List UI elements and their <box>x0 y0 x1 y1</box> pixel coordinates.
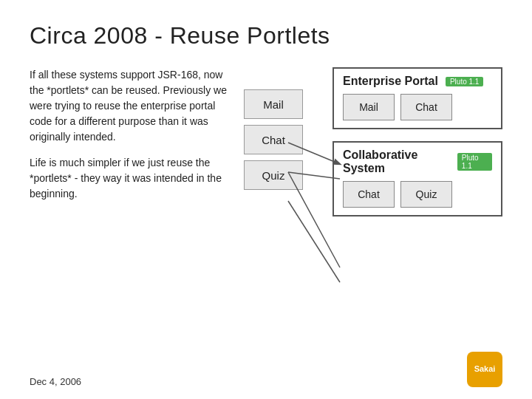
enterprise-portal-panel: Enterprise Portal Pluto 1.1 Mail Chat <box>332 67 502 129</box>
sakai-logo: Sakai <box>467 352 502 387</box>
enterprise-panel-items: Mail Chat <box>343 94 492 120</box>
slide-title: Circa 2008 - Reuse Portlets <box>30 22 502 50</box>
portlet-mail: Mail <box>244 89 303 119</box>
portlet-chat: Chat <box>244 125 303 154</box>
center-portlets-column: Mail Chat Quiz <box>236 89 310 190</box>
collaborative-item-chat: Chat <box>343 181 395 208</box>
paragraph-2: Life is much simpler if we just reuse th… <box>30 155 236 202</box>
portlet-quiz: Quiz <box>244 160 303 190</box>
footer: Dec 4, 2006 Sakai <box>0 352 532 387</box>
collaborative-system-panel: Collaborative System Pluto 1.1 Chat Quiz <box>332 141 502 216</box>
collaborative-panel-title: Collaborative System <box>343 149 450 175</box>
collaborative-panel-items: Chat Quiz <box>343 181 492 208</box>
main-layout: If all these systems support JSR-168, no… <box>30 67 502 216</box>
collaborative-panel-header: Collaborative System Pluto 1.1 <box>343 149 492 175</box>
collaborative-item-quiz: Quiz <box>400 181 452 208</box>
enterprise-item-mail: Mail <box>343 94 395 120</box>
enterprise-panel-header: Enterprise Portal Pluto 1.1 <box>343 75 492 88</box>
right-panels: Enterprise Portal Pluto 1.1 Mail Chat Co… <box>332 67 502 216</box>
paragraph-1: If all these systems support JSR-168, no… <box>30 67 236 145</box>
footer-date: Dec 4, 2006 <box>30 376 81 387</box>
slide: Circa 2008 - Reuse Portlets If all these… <box>0 0 532 399</box>
collaborative-panel-badge: Pluto 1.1 <box>457 153 492 171</box>
enterprise-item-chat: Chat <box>400 94 452 120</box>
left-text-area: If all these systems support JSR-168, no… <box>30 67 236 212</box>
enterprise-panel-title: Enterprise Portal <box>343 75 438 88</box>
enterprise-panel-badge: Pluto 1.1 <box>446 77 483 86</box>
